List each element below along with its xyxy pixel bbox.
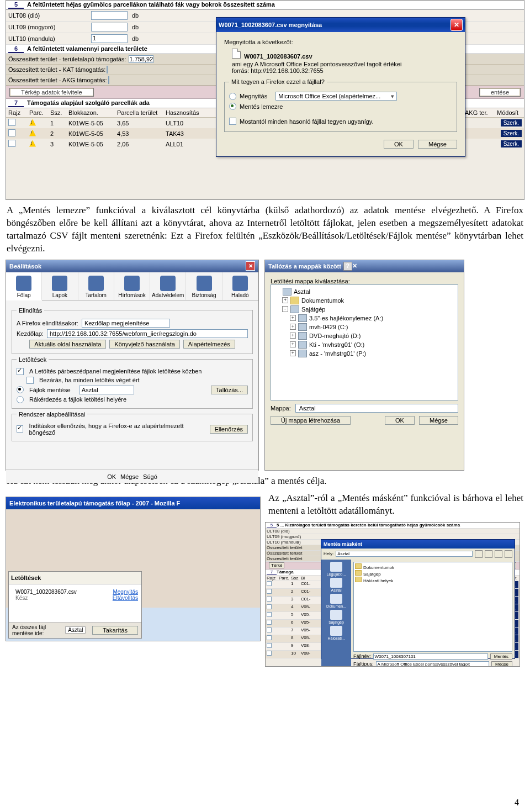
edit-button[interactable]: Szerk.	[501, 140, 522, 147]
tree-node[interactable]: +Kti - 'mvhstrg01' (O:)	[290, 340, 454, 349]
radio-save-to-disk[interactable]: Mentés lemezre	[229, 103, 452, 110]
folder-tree[interactable]: Asztal+Dokumentumok-Sajátgép+3.5"-es haj…	[271, 284, 458, 400]
back-icon[interactable]	[475, 550, 483, 558]
close-dl-checkbox[interactable]	[26, 377, 34, 384]
folder-icon	[298, 332, 307, 340]
remove-link[interactable]: Eltávolítás	[113, 595, 138, 601]
radio-ask-location[interactable]	[17, 396, 24, 403]
views-icon[interactable]	[505, 550, 512, 558]
paragraph-1: A „Mentés lemezre” funkcióval a kiválasz…	[7, 204, 523, 255]
new-folder-button[interactable]: Új mappa létrehozása	[271, 416, 351, 425]
startup-combo[interactable]: Kezdőlap megjelenítése	[82, 319, 170, 328]
map-data-button[interactable]: Térkép adatok felvitele	[9, 88, 94, 97]
browse-button[interactable]: Tallózás...	[211, 386, 248, 394]
close-icon[interactable]: ✕	[246, 261, 255, 271]
filetype-combo[interactable]: A Microsoft Office Excel pontosvesszővel…	[376, 661, 489, 667]
startup-fieldset: Elindítás A Firefox elindításakor:Kezdől…	[12, 307, 253, 354]
tab-tartalom[interactable]: Tartalom	[78, 272, 114, 300]
row-checkbox[interactable]	[8, 119, 15, 126]
place-item[interactable]: Legújabb...	[322, 562, 350, 576]
area-kat-input[interactable]	[107, 66, 108, 73]
file-type-line: ami egy A Microsoft Office Excel pontosv…	[232, 61, 457, 67]
tree-node[interactable]: +Dokumentumok	[282, 296, 454, 305]
places-bar: Legújabb...AsztalDokumen...SajátgépHálóz…	[321, 560, 351, 667]
tab-icon	[88, 276, 104, 291]
close-icon[interactable]: ✕	[451, 19, 463, 31]
row-checkbox[interactable]	[8, 140, 15, 147]
ult10-input[interactable]: 1	[91, 34, 128, 43]
filename-input[interactable]: W0071_1008307101	[373, 653, 488, 660]
remember-checkbox[interactable]: Mostantól minden hasonló fájllal tegyen …	[229, 118, 452, 125]
options-tabs: FőlapLapokTartalomHírforrásokAdatvédelem…	[6, 272, 258, 300]
check-default-button[interactable]: Ellenőrzés	[210, 425, 248, 434]
use-current-button[interactable]: Aktuális oldal használata	[29, 340, 106, 349]
area-akg-input[interactable]	[108, 76, 109, 84]
place-item[interactable]: Sajátgép	[322, 610, 350, 624]
download-status: Kész	[15, 595, 109, 601]
list-item[interactable]: Hálózati helyek	[355, 577, 511, 583]
downloads-fieldset: Letöltések A Letöltés párbeszédpanel meg…	[12, 356, 253, 409]
firefox-options-dialog: Beállítások✕ FőlapLapokTartalomHírforrás…	[6, 260, 259, 471]
app-window-title: Elektronikus területalapú támogatás főla…	[9, 500, 180, 507]
use-default-button[interactable]: Alapértelmezés	[183, 340, 235, 349]
ok-button[interactable]: OK	[384, 140, 414, 149]
newfolder-icon[interactable]	[495, 550, 502, 558]
file-list[interactable]: DokumentumokSajátgépHálózati helyek	[353, 562, 512, 652]
tab-lapok[interactable]: Lapok	[42, 272, 78, 300]
cancel-button[interactable]: Mégse	[418, 140, 457, 149]
cleanup-button[interactable]: Takarítás	[92, 626, 138, 635]
tab-hírforrások[interactable]: Hírforrások	[114, 272, 150, 300]
ult08-input[interactable]	[91, 11, 128, 20]
row-checkbox[interactable]	[8, 129, 15, 136]
use-bookmark-button[interactable]: Könyvjelző használata	[109, 340, 179, 349]
save-target-field[interactable]: Asztal	[65, 626, 86, 634]
tab-icon	[232, 276, 248, 291]
tree-node[interactable]: +mvh-0429 (C:)	[290, 323, 454, 331]
downloads-panel: Letöltések W0071_1002083607.csv Kész Meg…	[8, 571, 142, 639]
show-dl-dialog-checkbox[interactable]	[17, 368, 24, 375]
homepage-input[interactable]: http://192.168.100.32:7655/webform_iier/…	[47, 329, 248, 338]
edit-button[interactable]: Szerk.	[501, 130, 522, 137]
radio-open[interactable]: Megnyitás Microsoft Office Excel (alapér…	[229, 92, 452, 101]
open-link[interactable]: Megnyitás	[113, 589, 138, 595]
tree-node[interactable]: Asztal	[274, 287, 454, 296]
lookin-combo[interactable]: Asztal	[336, 551, 473, 557]
save-button-tail[interactable]: entése	[479, 88, 521, 97]
tab-főlap[interactable]: Főlap	[6, 272, 42, 300]
ult09-input[interactable]	[91, 23, 128, 31]
default-browser-checkbox[interactable]	[17, 425, 23, 433]
tab-icon	[52, 276, 67, 291]
place-item[interactable]: Hálózati...	[322, 626, 350, 640]
browse-title: Tallózás a mappák között	[268, 263, 341, 270]
tree-node[interactable]: -Sajátgép	[282, 305, 454, 314]
list-item[interactable]: Sajátgép	[355, 570, 511, 577]
tab-haladó[interactable]: Haladó	[222, 272, 258, 300]
place-item[interactable]: Dokumen...	[322, 594, 350, 608]
help-button[interactable]: Súgó	[143, 473, 157, 480]
tab-biztonság[interactable]: Biztonság	[186, 272, 222, 300]
folder-icon	[298, 350, 307, 357]
folder-input[interactable]: Asztal	[295, 404, 458, 413]
cancel-button[interactable]: Mégse	[120, 473, 139, 480]
edit-button[interactable]: Szerk.	[501, 119, 522, 126]
list-item[interactable]: Dokumentumok	[355, 563, 511, 570]
tab-icon	[197, 276, 212, 291]
help-icon[interactable]: ?	[343, 262, 352, 271]
open-with-combo[interactable]: Microsoft Office Excel (alapértelmez...	[275, 92, 397, 101]
cancel-button[interactable]: Mégse	[491, 661, 512, 667]
save-button[interactable]: Mentés	[490, 653, 512, 660]
ok-button[interactable]: OK	[385, 416, 415, 425]
tab-adatvédelem[interactable]: Adatvédelem	[150, 272, 186, 300]
tree-node[interactable]: +asz - 'mvhstrg01' (P:)	[290, 349, 454, 358]
cancel-button[interactable]: Mégse	[419, 416, 458, 425]
up-icon[interactable]	[485, 550, 492, 558]
dialog-titlebar[interactable]: W0071_1002083607.csv megnyitása ✕	[216, 18, 465, 32]
close-icon[interactable]: ✕	[352, 262, 357, 270]
place-item[interactable]: Asztal	[322, 578, 350, 592]
tree-node[interactable]: +3.5"-es hajlékonylemez (A:)	[290, 314, 454, 323]
radio-save-files[interactable]	[17, 386, 24, 393]
tree-node[interactable]: +DVD-meghajtó (D:)	[290, 331, 454, 340]
ok-button[interactable]: OK	[107, 473, 116, 480]
area-terulet-input[interactable]: 1.758,92	[129, 55, 153, 63]
save-target-display: Asztal	[79, 386, 134, 394]
